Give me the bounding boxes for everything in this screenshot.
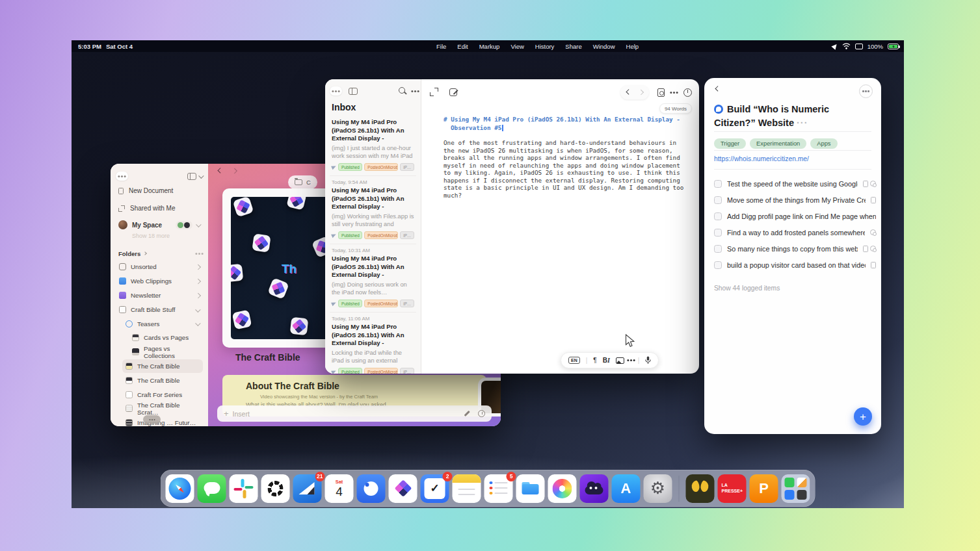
doc-the-craft-bible[interactable]: The Craft Bible xyxy=(122,373,203,387)
menu-app-ulysses[interactable]: Ulysses xyxy=(397,40,425,60)
breadcrumb[interactable]: C xyxy=(288,175,317,189)
search-icon[interactable] xyxy=(399,87,406,95)
add-button[interactable] xyxy=(854,407,872,426)
screen-mirroring-icon[interactable] xyxy=(855,44,863,49)
folder-newsletter[interactable]: Newsletter xyxy=(116,288,203,303)
tag-published[interactable]: Published xyxy=(338,368,362,374)
dock-app-slack[interactable] xyxy=(230,474,258,503)
more-icon[interactable] xyxy=(414,90,416,92)
menu-edit[interactable]: Edit xyxy=(457,43,468,50)
history-icon[interactable] xyxy=(478,410,485,417)
checkbox[interactable] xyxy=(714,212,722,220)
tag-published[interactable]: Published xyxy=(338,163,362,171)
tag-apps[interactable]: Apps xyxy=(810,138,837,149)
more-button[interactable] xyxy=(859,84,873,98)
sheet-item-1[interactable]: Using My M4 iPad Pro (iPadOS 26.1b1) Wit… xyxy=(330,115,416,176)
sidebar-item-my-space[interactable]: My Space xyxy=(116,217,203,233)
todo-item[interactable]: Test the speed of the website using Goog… xyxy=(714,175,876,192)
dock-app-ulysses[interactable] xyxy=(686,474,715,503)
dock-app-chatgpt[interactable] xyxy=(261,474,290,503)
window-controls[interactable] xyxy=(330,86,342,96)
todo-item[interactable]: Add Digg profil page link on Find Me pag… xyxy=(714,208,876,224)
dock-app-photos[interactable] xyxy=(548,474,577,503)
task-title[interactable]: Build “Who is Numeric Citizen?” Website … xyxy=(714,103,844,129)
wifi-icon[interactable] xyxy=(842,43,851,49)
doc-craft-for-series[interactable]: Craft For Series xyxy=(122,387,203,402)
window-controls[interactable] xyxy=(116,172,128,181)
space-members-pill[interactable] xyxy=(176,221,192,229)
sheet-item-2[interactable]: Today, 9:54 AM Using My M4 iPad Pro (iPa… xyxy=(330,176,416,244)
tag-posted[interactable]: PostedOnMicroblog xyxy=(364,368,398,374)
website-link[interactable]: https://whois.numericcitizen.me/ xyxy=(714,155,809,162)
sheet-item-4[interactable]: Today, 11:06 AM Using My M4 iPad Pro (iP… xyxy=(330,313,416,374)
sheet-item-3[interactable]: Today, 10:31 AM Using My M4 iPad Pro (iP… xyxy=(330,244,416,313)
tag-other[interactable]: iP… xyxy=(400,163,414,171)
sidebar-item-new-document[interactable]: New Document xyxy=(116,182,203,199)
menu-file[interactable]: File xyxy=(436,43,446,50)
dock-app-files[interactable] xyxy=(516,474,545,503)
editor-heading[interactable]: # Using My M4 iPad Pro (iPadOS 26.1b1) W… xyxy=(444,115,688,133)
dock-app-things[interactable]: 2 xyxy=(421,474,449,503)
dock-app-safari[interactable] xyxy=(166,474,194,503)
dock-app-craft[interactable] xyxy=(389,474,417,503)
checkbox[interactable] xyxy=(714,180,722,188)
menu-view[interactable]: View xyxy=(510,43,523,50)
tag-posted[interactable]: PostedOnMicroblog xyxy=(364,163,398,171)
doc-craft-bible-scratch[interactable]: The Craft Bible Scrat… xyxy=(122,402,203,416)
dock-app-orange-p[interactable]: P xyxy=(750,474,778,503)
menu-help[interactable]: Help xyxy=(626,43,639,50)
dock-app-mail[interactable]: 21 xyxy=(293,474,322,503)
todo-item[interactable]: Move some of the things from My Private … xyxy=(714,192,876,208)
doc-the-craft-bible-selected[interactable]: The Craft Bible xyxy=(122,359,203,374)
tag-trigger[interactable]: Trigger xyxy=(714,138,746,149)
dock-app-notes[interactable] xyxy=(453,474,481,503)
dashboard-icon[interactable] xyxy=(683,88,692,97)
dock-app-carrot-weather[interactable] xyxy=(580,474,609,503)
word-count-badge[interactable]: 94 Words xyxy=(659,103,692,114)
more-format-icon[interactable] xyxy=(630,359,632,361)
tag-posted[interactable]: PostedOnMicroblog xyxy=(364,231,398,239)
sidebar-item-shared-with-me[interactable]: Shared with Me xyxy=(116,199,203,217)
tag-experimentation[interactable]: Experimentation xyxy=(750,138,806,149)
insert-bar[interactable]: Insert xyxy=(217,405,492,422)
reader-icon[interactable] xyxy=(657,88,665,97)
bold-button[interactable]: B xyxy=(603,357,607,364)
tag-other[interactable]: iP… xyxy=(400,368,414,374)
chevron-down-icon[interactable] xyxy=(198,173,204,179)
new-sheet-icon[interactable] xyxy=(449,88,457,96)
pen-icon[interactable] xyxy=(463,410,470,417)
italic-button[interactable]: I xyxy=(607,357,610,364)
back-icon[interactable] xyxy=(626,90,631,95)
folder-unsorted[interactable]: Unsorted xyxy=(116,260,203,274)
more-icon[interactable] xyxy=(673,92,675,94)
todo-item[interactable]: So many nice things to copy from this we… xyxy=(714,240,876,257)
doc-cards-vs-pages[interactable]: Cards vs Pages xyxy=(129,331,203,345)
forward-icon[interactable] xyxy=(638,90,643,95)
title-more-icon[interactable]: ··· xyxy=(797,118,808,128)
doc-imagining-future[interactable]: Imagining … Futur… xyxy=(122,416,203,426)
sidebar-toggle-icon[interactable] xyxy=(349,88,358,95)
ulysses-editor[interactable]: 94 Words # Using My M4 iPad Pro (iPadOS … xyxy=(421,79,699,374)
tag-other[interactable]: iP… xyxy=(400,231,414,239)
doc-pages-vs-collections[interactable]: Pages vs Collections xyxy=(129,345,203,359)
back-icon[interactable] xyxy=(715,86,721,92)
chevron-down-icon[interactable] xyxy=(196,222,201,227)
folder-craft-bible-stuff[interactable]: Craft Bible Stuff xyxy=(116,302,203,316)
checkbox[interactable] xyxy=(714,261,722,269)
fullscreen-icon[interactable] xyxy=(430,88,438,96)
dock-app-la-presse[interactable]: LAPRESSE+ xyxy=(718,474,747,503)
back-icon[interactable] xyxy=(218,168,223,173)
show-logged-items[interactable]: Show 44 logged items xyxy=(714,285,780,292)
menu-history[interactable]: History xyxy=(535,43,555,50)
todo-item[interactable]: Find a way to add frosted panels somewhe… xyxy=(714,224,876,240)
dock-app-reminders[interactable]: 5 xyxy=(484,474,513,503)
dock-app-settings[interactable] xyxy=(644,474,672,503)
keyboard-lang-button[interactable]: EN xyxy=(568,357,580,364)
menu-share[interactable]: Share xyxy=(565,43,581,50)
tag-other[interactable]: iP… xyxy=(400,300,414,307)
menu-markup[interactable]: Markup xyxy=(479,43,500,50)
folders-header[interactable]: Folders xyxy=(116,247,203,260)
image-button[interactable] xyxy=(616,357,624,364)
checkbox[interactable] xyxy=(714,229,722,237)
checkbox[interactable] xyxy=(714,245,722,253)
